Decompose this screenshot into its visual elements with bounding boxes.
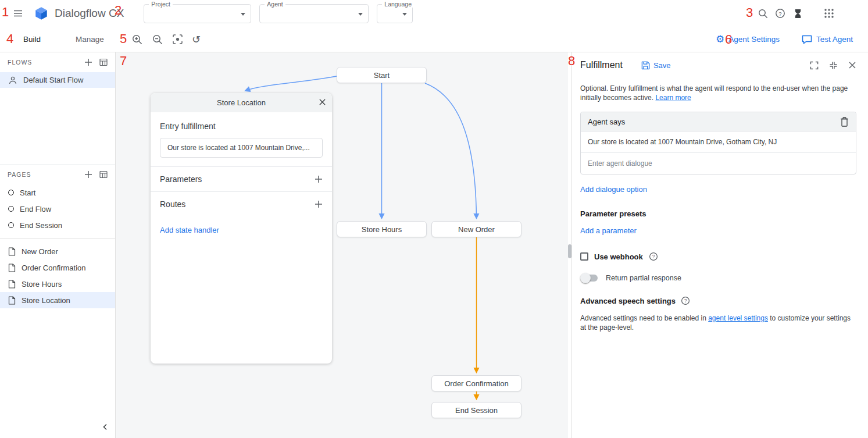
trash-icon[interactable] — [840, 117, 849, 127]
tab-manage[interactable]: Manage — [76, 35, 104, 44]
use-webhook-checkbox[interactable] — [580, 252, 588, 261]
advanced-speech-settings-row: Advanced speech settings ? — [580, 296, 856, 305]
tab-build[interactable]: Build — [23, 35, 41, 44]
help-icon[interactable]: ? — [771, 5, 789, 22]
agent-settings-label: Agent Settings — [728, 35, 780, 44]
use-webhook-row: Use webhook ? — [580, 252, 856, 261]
page-item-label: End Flow — [20, 205, 51, 213]
sidebar-item-default-start-flow[interactable]: Default Start Flow — [0, 72, 115, 88]
agent-dialogue-input[interactable] — [581, 153, 856, 174]
add-page-icon[interactable] — [84, 170, 92, 179]
add-a-parameter-link[interactable]: Add a parameter — [580, 226, 637, 235]
fulfillment-description-text: Optional. Entry fulfillment is what the … — [580, 84, 848, 102]
entry-fulfillment-field[interactable]: Our store is located at 1007 Mountain Dr… — [160, 138, 323, 158]
agent-says-card-header: Agent says — [581, 112, 856, 131]
page-doc-icon — [8, 296, 16, 305]
add-route-icon[interactable] — [315, 200, 323, 208]
page-item-label: Store Location — [22, 296, 70, 305]
pages-table-view-icon[interactable] — [99, 170, 108, 179]
canvas-node-end-session[interactable]: End Session — [431, 402, 521, 418]
save-button[interactable]: Save — [641, 61, 671, 70]
agent-select[interactable]: Agent — [259, 4, 369, 23]
chat-icon — [802, 35, 812, 44]
entry-fulfillment-label: Entry fulfillment — [160, 122, 323, 131]
close-icon[interactable] — [319, 98, 326, 106]
fullscreen-icon[interactable] — [810, 61, 819, 70]
flow-icon — [8, 76, 17, 85]
hamburger-menu-icon[interactable] — [13, 8, 23, 19]
fulfillment-panel: Fulfillment Save Optional. Entr — [571, 52, 868, 438]
learn-more-link[interactable]: Learn more — [655, 94, 691, 102]
canvas-node-order-confirmation[interactable]: Order Confirmation — [431, 375, 521, 391]
add-dialogue-option-link[interactable]: Add dialogue option — [580, 185, 647, 194]
svg-text:?: ? — [778, 10, 781, 17]
annotation-3: 3 — [746, 5, 753, 20]
add-flow-icon[interactable] — [84, 58, 92, 66]
language-select[interactable]: Language — [377, 4, 413, 23]
fulfillment-description: Optional. Entry fulfillment is what the … — [580, 84, 856, 102]
search-icon[interactable] — [754, 5, 771, 22]
dialogflow-logo-icon — [34, 6, 49, 21]
parameter-presets-label: Parameter presets — [580, 209, 856, 218]
test-agent-button[interactable]: Test Agent — [802, 35, 853, 44]
exit-fullscreen-icon[interactable] — [829, 61, 838, 70]
sidebar-item-store-location-page[interactable]: Store Location — [0, 292, 115, 308]
flows-header-label: FLOWS — [8, 59, 32, 66]
use-webhook-label: Use webhook — [594, 252, 643, 261]
flow-canvas[interactable]: Start Store Hours New Order Order Confir… — [116, 52, 569, 438]
page-item-label: New Order — [22, 247, 58, 256]
sidebar: FLOWS Default Start Flow PAGES — [0, 52, 116, 438]
canvas-node-new-order[interactable]: New Order — [431, 221, 521, 237]
app-title: Dialogflow CX — [55, 7, 124, 20]
sidebar-item-order-confirmation-page[interactable]: Order Confirmation — [0, 259, 115, 276]
annotation-1: 1 — [2, 5, 9, 20]
top-header: Dialogflow CX Project Agent Language ? — [0, 0, 868, 27]
page-doc-icon — [8, 263, 16, 272]
project-select[interactable]: Project — [144, 4, 251, 23]
canvas-node-store-hours[interactable]: Store Hours — [337, 221, 427, 237]
return-partial-response-toggle[interactable] — [582, 275, 598, 282]
chevron-down-icon — [358, 13, 363, 16]
apps-grid-icon[interactable] — [820, 5, 838, 22]
page-circle-icon — [8, 222, 14, 228]
sidebar-item-new-order-page[interactable]: New Order — [0, 243, 115, 259]
annotation-4: 4 — [6, 31, 13, 47]
add-parameter-icon[interactable] — [315, 175, 323, 183]
flows-section-header: FLOWS — [0, 52, 115, 72]
sidebar-divider — [0, 238, 115, 238]
zoom-out-icon[interactable] — [152, 34, 163, 45]
advanced-speech-settings-label: Advanced speech settings — [580, 297, 676, 305]
sidebar-collapse-icon[interactable] — [101, 423, 109, 431]
chevron-down-icon — [402, 13, 407, 16]
sidebar-item-store-hours-page[interactable]: Store Hours — [0, 276, 115, 292]
agent-level-settings-link[interactable]: agent level settings — [708, 314, 768, 322]
help-icon[interactable]: ? — [649, 252, 658, 261]
zoom-in-icon[interactable] — [131, 34, 143, 45]
flows-table-view-icon[interactable] — [99, 58, 108, 66]
chevron-down-icon — [241, 13, 245, 16]
sidebar-item-end-flow-page[interactable]: End Flow — [0, 201, 115, 217]
page-item-label: Store Hours — [22, 280, 62, 289]
sidebar-item-end-session-page[interactable]: End Session — [0, 217, 115, 233]
pages-section-header: PAGES — [0, 165, 115, 184]
test-agent-label: Test Agent — [816, 35, 853, 44]
canvas-node-start[interactable]: Start — [337, 67, 427, 83]
agent-says-card: Agent says Our store is located at 1007 … — [580, 112, 856, 175]
store-location-panel-header: Store Location — [151, 93, 332, 112]
sidebar-item-start-page[interactable]: Start — [0, 184, 115, 201]
help-icon[interactable]: ? — [681, 296, 690, 305]
save-label: Save — [653, 61, 671, 70]
canvas-tools: ↺ — [131, 34, 201, 45]
add-state-handler-link[interactable]: Add state handler — [151, 216, 332, 244]
hourglass-activity-icon[interactable] — [789, 5, 806, 22]
secondary-toolbar: Build Manage ↺ ⚙ Agent Settings — [0, 27, 868, 52]
pages-header-label: PAGES — [8, 171, 31, 178]
close-icon[interactable] — [848, 61, 856, 69]
agent-select-label: Agent — [265, 1, 285, 8]
agent-dialogue-entry[interactable]: Our store is located at 1007 Mountain Dr… — [581, 131, 856, 153]
annotation-8: 8 — [568, 54, 575, 69]
center-focus-icon[interactable] — [172, 34, 183, 45]
reset-view-icon[interactable]: ↺ — [192, 34, 201, 45]
page-circle-icon — [8, 206, 14, 212]
routes-label: Routes — [160, 200, 185, 209]
